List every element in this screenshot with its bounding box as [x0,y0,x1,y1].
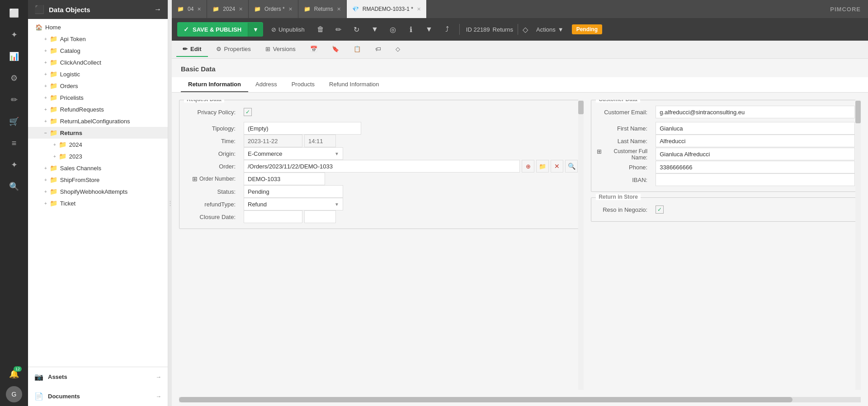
sidebar-item-catalog[interactable]: + 📁 Catalog [28,45,168,56]
chevron-down-icon: ▼ [558,26,564,33]
data-objects-nav[interactable]: ⬜ [5,4,24,23]
checkbox-checked-icon[interactable]: ✓ [656,205,664,214]
firstname-input[interactable] [656,122,855,135]
tab-rmademo[interactable]: 💎 RMADEMO-1033-1 * ✕ [347,0,427,18]
sidebar-item-returnlabelconfigurations[interactable]: + 📁 ReturnLabelConfigurations [28,115,168,127]
closure-date-input[interactable] [244,210,302,223]
info-button[interactable]: ℹ [403,22,419,37]
sidebar-resize[interactable]: ⋮ [168,0,172,406]
order-input[interactable] [244,160,520,173]
fullname-input[interactable] [656,148,855,160]
tab-schedule[interactable]: 📅 [304,42,324,57]
sidebar-item-refundrequests[interactable]: + 📁 RefundRequests [28,103,168,115]
sidebar-item-orders[interactable]: + 📁 Orders [28,80,168,92]
sidebar-item-2023[interactable]: + 📁 2023 [28,150,168,162]
sidebar-item-saleschannels[interactable]: + 📁 Sales Channels [28,162,168,174]
phone-input[interactable] [656,161,855,173]
sidebar-item-ticket[interactable]: + 📁 Ticket [28,197,168,209]
ecommerce-nav[interactable]: 🛒 [5,112,24,131]
closure-time-input[interactable] [304,210,336,223]
edit-nav[interactable]: ✏ [5,90,24,109]
expand-icon: + [44,119,47,124]
sidebar-item-logistic[interactable]: + 📁 Logistic [28,68,168,80]
refund-type-select[interactable]: Refund ▼ [244,198,343,210]
tab-edit[interactable]: ✏ Edit [176,42,208,57]
tab-04[interactable]: 📁 04 ✕ [172,0,207,18]
tab-close-icon[interactable]: ✕ [197,6,201,12]
sidebar-item-shipfromstore[interactable]: + 📁 ShipFromStore [28,174,168,186]
subtab-refund-information[interactable]: Refund Information [322,77,387,92]
sidebar-item-pricelists[interactable]: + 📁 Pricelists [28,92,168,103]
expand-icon: + [44,107,47,112]
info-dropdown-button[interactable]: ▼ [421,22,437,37]
subtab-products[interactable]: Products [284,77,322,92]
sidebar-item-clickandcollect[interactable]: + 📁 ClickAndCollect [28,56,168,68]
tab-close-icon[interactable]: ✕ [337,6,341,12]
sidebar-item-home[interactable]: 🏠 Home [28,22,168,33]
sidebar-item-label: Api Token [60,36,86,42]
date-input[interactable] [244,135,302,147]
sidebar-item-apitoken[interactable]: + 📁 Api Token [28,33,168,45]
order-number-input[interactable] [244,173,325,185]
edit-button[interactable]: ✏ [331,22,346,37]
save-publish-main[interactable]: ✓ SAVE & PUBLISH [177,22,248,37]
horizontal-scrollbar[interactable] [179,397,861,402]
origin-label: Origin: [185,150,239,157]
sidebar-item-returns[interactable]: − 📁 Returns [28,127,168,139]
email-input[interactable] [656,106,855,118]
save-publish-dropdown[interactable]: ▼ [248,23,263,37]
save-publish-button[interactable]: ✓ SAVE & PUBLISH ▼ [177,22,263,37]
order-browse-button[interactable]: 📁 [536,160,549,173]
vertical-scrollbar-left[interactable] [578,100,584,390]
origin-select[interactable]: E-Commerce ▼ [244,147,343,160]
notifications-nav[interactable]: 🔔 12 [5,364,24,383]
privacy-policy-checkbox[interactable]: ✓ [244,108,252,116]
delete-button[interactable]: 🗑 [313,22,328,37]
sidebar-collapse-icon[interactable]: → [154,5,161,14]
marketing-nav[interactable]: ✦ [5,155,24,174]
iban-input[interactable] [656,173,855,186]
order-search-button[interactable]: 🔍 [565,160,578,173]
workflows-nav[interactable]: ≡ [5,134,24,153]
checkbox-checked-icon[interactable]: ✓ [244,108,252,116]
dashboard-nav[interactable]: ✦ [5,25,24,44]
tab-versions[interactable]: ⊞ Versions [259,42,302,57]
tab-orders[interactable]: 📁 Orders * ✕ [249,0,298,18]
sidebar-footer-assets[interactable]: 📷 Assets → [28,367,168,387]
tab-close-icon[interactable]: ✕ [288,6,292,12]
tab-returns[interactable]: 📁 Returns ✕ [298,0,347,18]
lastname-input[interactable] [656,135,855,147]
subtab-return-information[interactable]: Return Information [181,77,248,92]
vertical-scrollbar-right[interactable] [855,100,861,390]
settings-nav[interactable]: ⚙ [5,69,24,88]
tipology-input[interactable] [244,122,361,135]
tab-close-icon[interactable]: ✕ [417,6,421,12]
reso-checkbox[interactable]: ✓ [656,205,664,214]
tab-tasks[interactable]: 📋 [347,42,367,57]
share-button[interactable]: ⤴ [439,22,455,37]
subtab-address[interactable]: Address [248,77,284,92]
tab-2024[interactable]: 📁 2024 ✕ [207,0,249,18]
search-nav[interactable]: 🔍 [5,177,24,196]
expand-icon: + [44,84,47,89]
order-locate-button[interactable]: ⊕ [522,160,534,173]
refresh-button[interactable]: ↻ [349,22,364,37]
tab-diamond[interactable]: ◇ [389,42,406,57]
tab-close-icon[interactable]: ✕ [239,6,243,12]
tab-tags[interactable]: 🏷 [369,42,387,57]
unpublish-button[interactable]: ⊘ Unpublish [266,23,310,36]
actions-button[interactable]: Actions ▼ [531,23,569,36]
return-in-store-panel: Return in Store Reso in Negozio: ✓ [591,197,861,222]
tab-bookmark[interactable]: 🔖 [326,42,345,57]
sidebar-item-2024[interactable]: + 📁 2024 [28,139,168,150]
tab-properties[interactable]: ⚙ Properties [210,42,257,57]
analytics-nav[interactable]: 📊 [5,47,24,66]
reload-dropdown-button[interactable]: ▼ [367,22,382,37]
sidebar-item-shopifywebhookattempts[interactable]: + 📁 ShopifyWebhookAttempts [28,186,168,197]
locate-button[interactable]: ◎ [385,22,401,37]
avatar[interactable]: G [6,386,22,402]
sidebar-footer-documents[interactable]: 📄 Documents → [28,387,168,406]
time-input[interactable] [304,135,336,147]
status-input[interactable] [244,185,343,198]
order-clear-button[interactable]: ✕ [551,160,563,173]
